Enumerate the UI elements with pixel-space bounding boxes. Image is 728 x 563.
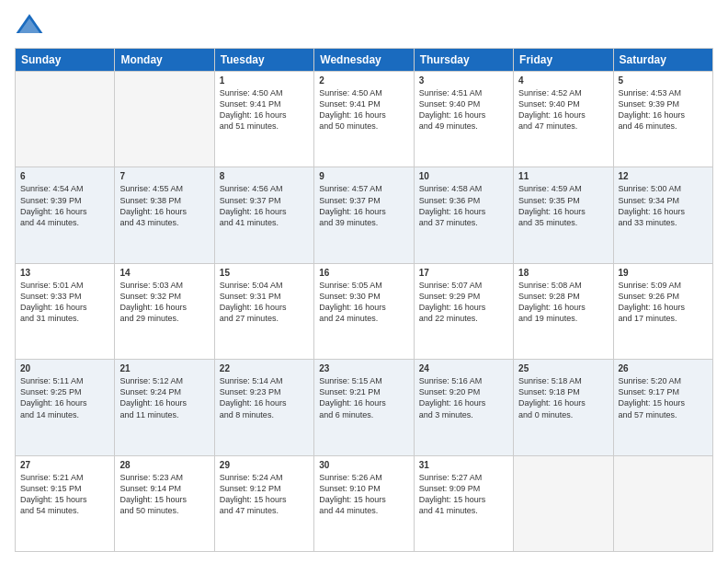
calendar-cell: 18Sunrise: 5:08 AM Sunset: 9:28 PM Dayli… [514, 263, 613, 359]
day-info: Sunrise: 5:16 AM Sunset: 9:20 PM Dayligh… [419, 376, 486, 419]
calendar-cell: 7Sunrise: 4:55 AM Sunset: 9:38 PM Daylig… [115, 167, 214, 263]
calendar-cell: 30Sunrise: 5:26 AM Sunset: 9:10 PM Dayli… [314, 455, 414, 551]
day-info: Sunrise: 4:56 AM Sunset: 9:37 PM Dayligh… [220, 184, 287, 226]
calendar-cell: 8Sunrise: 4:56 AM Sunset: 9:37 PM Daylig… [214, 167, 313, 263]
day-number: 17 [419, 268, 508, 278]
calendar-cell: 15Sunrise: 5:04 AM Sunset: 9:31 PM Dayli… [214, 263, 313, 359]
weekday-header: Saturday [613, 49, 712, 72]
day-info: Sunrise: 5:01 AM Sunset: 9:33 PM Dayligh… [20, 281, 87, 323]
day-number: 23 [319, 363, 408, 373]
day-number: 15 [220, 268, 309, 278]
calendar-cell: 3Sunrise: 4:51 AM Sunset: 9:40 PM Daylig… [414, 72, 513, 167]
calendar-cell: 14Sunrise: 5:03 AM Sunset: 9:32 PM Dayli… [115, 263, 214, 359]
calendar-cell: 24Sunrise: 5:16 AM Sunset: 9:20 PM Dayli… [414, 360, 513, 455]
day-number: 13 [20, 268, 109, 278]
calendar: SundayMondayTuesdayWednesdayThursdayFrid… [15, 48, 713, 552]
day-number: 21 [119, 363, 209, 373]
day-info: Sunrise: 4:54 AM Sunset: 9:39 PM Dayligh… [20, 184, 87, 226]
day-number: 29 [220, 460, 309, 470]
calendar-cell: 4Sunrise: 4:52 AM Sunset: 9:40 PM Daylig… [514, 72, 613, 167]
day-info: Sunrise: 5:26 AM Sunset: 9:10 PM Dayligh… [319, 473, 386, 515]
day-info: Sunrise: 5:20 AM Sunset: 9:17 PM Dayligh… [619, 376, 686, 419]
day-info: Sunrise: 5:08 AM Sunset: 9:28 PM Dayligh… [518, 281, 586, 323]
day-number: 22 [220, 363, 309, 373]
calendar-week-row: 1Sunrise: 4:50 AM Sunset: 9:41 PM Daylig… [16, 72, 713, 167]
day-number: 25 [518, 363, 608, 373]
page: SundayMondayTuesdayWednesdayThursdayFrid… [0, 0, 728, 563]
calendar-cell: 27Sunrise: 5:21 AM Sunset: 9:15 PM Dayli… [16, 455, 115, 551]
day-number: 3 [419, 75, 508, 86]
day-info: Sunrise: 5:11 AM Sunset: 9:25 PM Dayligh… [20, 376, 87, 419]
calendar-cell: 28Sunrise: 5:23 AM Sunset: 9:14 PM Dayli… [115, 455, 214, 551]
calendar-week-row: 20Sunrise: 5:11 AM Sunset: 9:25 PM Dayli… [16, 360, 713, 455]
day-number: 31 [419, 460, 508, 470]
day-number: 24 [419, 363, 508, 373]
day-info: Sunrise: 4:50 AM Sunset: 9:41 PM Dayligh… [220, 88, 287, 131]
weekday-header: Friday [514, 49, 613, 72]
day-number: 10 [419, 171, 508, 181]
calendar-cell: 1Sunrise: 4:50 AM Sunset: 9:41 PM Daylig… [214, 72, 313, 167]
calendar-cell [115, 72, 214, 167]
calendar-cell: 22Sunrise: 5:14 AM Sunset: 9:23 PM Dayli… [214, 360, 313, 455]
day-info: Sunrise: 5:14 AM Sunset: 9:23 PM Dayligh… [220, 376, 287, 419]
day-info: Sunrise: 5:03 AM Sunset: 9:32 PM Dayligh… [119, 281, 187, 323]
weekday-header: Tuesday [214, 49, 313, 72]
day-number: 30 [319, 460, 408, 470]
calendar-cell: 25Sunrise: 5:18 AM Sunset: 9:18 PM Dayli… [514, 360, 613, 455]
calendar-cell: 2Sunrise: 4:50 AM Sunset: 9:41 PM Daylig… [314, 72, 414, 167]
calendar-week-row: 6Sunrise: 4:54 AM Sunset: 9:39 PM Daylig… [16, 167, 713, 263]
day-info: Sunrise: 5:07 AM Sunset: 9:29 PM Dayligh… [419, 281, 486, 323]
day-number: 16 [319, 268, 408, 278]
logo-icon [15, 11, 44, 40]
day-number: 28 [119, 460, 209, 470]
day-info: Sunrise: 5:27 AM Sunset: 9:09 PM Dayligh… [419, 473, 486, 515]
calendar-cell: 23Sunrise: 5:15 AM Sunset: 9:21 PM Dayli… [314, 360, 414, 455]
day-info: Sunrise: 5:05 AM Sunset: 9:30 PM Dayligh… [319, 281, 386, 323]
weekday-header: Sunday [16, 49, 115, 72]
day-info: Sunrise: 5:15 AM Sunset: 9:21 PM Dayligh… [319, 376, 386, 419]
calendar-body: 1Sunrise: 4:50 AM Sunset: 9:41 PM Daylig… [16, 72, 713, 552]
calendar-cell: 11Sunrise: 4:59 AM Sunset: 9:35 PM Dayli… [514, 167, 613, 263]
day-info: Sunrise: 4:50 AM Sunset: 9:41 PM Dayligh… [319, 88, 386, 131]
day-info: Sunrise: 4:59 AM Sunset: 9:35 PM Dayligh… [518, 184, 586, 226]
day-info: Sunrise: 4:51 AM Sunset: 9:40 PM Dayligh… [419, 88, 486, 131]
day-number: 7 [119, 171, 209, 181]
day-number: 11 [518, 171, 608, 181]
day-info: Sunrise: 4:52 AM Sunset: 9:40 PM Dayligh… [518, 88, 586, 131]
calendar-cell: 20Sunrise: 5:11 AM Sunset: 9:25 PM Dayli… [16, 360, 115, 455]
day-info: Sunrise: 5:12 AM Sunset: 9:24 PM Dayligh… [119, 376, 187, 419]
calendar-week-row: 27Sunrise: 5:21 AM Sunset: 9:15 PM Dayli… [16, 455, 713, 551]
day-number: 4 [518, 75, 608, 86]
calendar-week-row: 13Sunrise: 5:01 AM Sunset: 9:33 PM Dayli… [16, 263, 713, 359]
day-number: 12 [619, 171, 708, 181]
day-info: Sunrise: 4:53 AM Sunset: 9:39 PM Dayligh… [619, 88, 686, 131]
day-info: Sunrise: 4:58 AM Sunset: 9:36 PM Dayligh… [419, 184, 486, 226]
logo-area [15, 11, 50, 40]
calendar-cell: 5Sunrise: 4:53 AM Sunset: 9:39 PM Daylig… [613, 72, 712, 167]
day-info: Sunrise: 5:09 AM Sunset: 9:26 PM Dayligh… [619, 281, 686, 323]
calendar-cell: 21Sunrise: 5:12 AM Sunset: 9:24 PM Dayli… [115, 360, 214, 455]
calendar-cell: 9Sunrise: 4:57 AM Sunset: 9:37 PM Daylig… [314, 167, 414, 263]
calendar-cell: 6Sunrise: 4:54 AM Sunset: 9:39 PM Daylig… [16, 167, 115, 263]
day-info: Sunrise: 5:00 AM Sunset: 9:34 PM Dayligh… [619, 184, 686, 226]
calendar-cell: 19Sunrise: 5:09 AM Sunset: 9:26 PM Dayli… [613, 263, 712, 359]
top-section [15, 11, 713, 40]
day-number: 20 [20, 363, 109, 373]
calendar-cell: 16Sunrise: 5:05 AM Sunset: 9:30 PM Dayli… [314, 263, 414, 359]
calendar-cell: 10Sunrise: 4:58 AM Sunset: 9:36 PM Dayli… [414, 167, 513, 263]
calendar-cell: 31Sunrise: 5:27 AM Sunset: 9:09 PM Dayli… [414, 455, 513, 551]
day-number: 1 [220, 75, 309, 86]
day-number: 6 [20, 171, 109, 181]
weekday-header: Monday [115, 49, 214, 72]
calendar-cell [613, 455, 712, 551]
day-number: 9 [319, 171, 408, 181]
day-info: Sunrise: 5:23 AM Sunset: 9:14 PM Dayligh… [119, 473, 187, 515]
day-info: Sunrise: 5:04 AM Sunset: 9:31 PM Dayligh… [220, 281, 287, 323]
day-number: 14 [119, 268, 209, 278]
day-number: 19 [619, 268, 708, 278]
calendar-cell: 26Sunrise: 5:20 AM Sunset: 9:17 PM Dayli… [613, 360, 712, 455]
calendar-cell [16, 72, 115, 167]
weekday-header: Thursday [414, 49, 513, 72]
calendar-cell [514, 455, 613, 551]
day-number: 5 [619, 75, 708, 86]
